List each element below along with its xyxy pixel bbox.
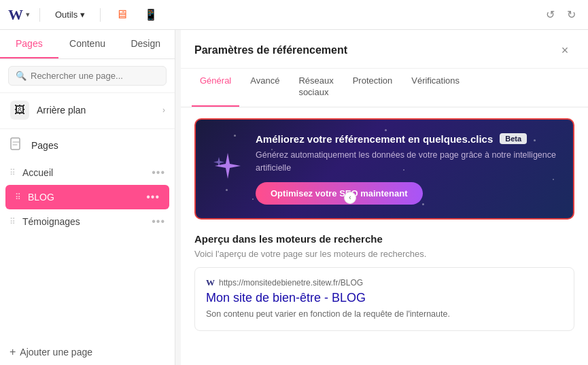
page-list: ⠿ Accueil ••• ⠿ BLOG ••• ⠿ Témoignages •… — [0, 160, 175, 339]
mobile-icon: 📱 — [144, 8, 158, 21]
tab-pages[interactable]: Pages — [0, 30, 58, 58]
outils-label: Outils — [55, 10, 77, 20]
preview-logo: W — [206, 277, 215, 288]
panel-header: Paramètres de référencement × — [181, 30, 588, 69]
toolbar-actions: ↺ ↻ — [542, 5, 580, 24]
tab-protection[interactable]: Protection — [345, 69, 401, 107]
preview-url-row: W https://monsitedebienetre.sitew.fr/BLO… — [206, 277, 563, 288]
search-box: 🔍 — [8, 66, 167, 86]
pages-section-header: Pages — [0, 131, 175, 160]
sidebar-divider-1 — [0, 128, 175, 129]
mobile-view-button[interactable]: 📱 — [139, 5, 163, 24]
main-layout: Pages Contenu Design 🔍 🖼 Arrière plan › — [0, 30, 588, 365]
background-icon: 🖼 — [10, 100, 30, 120]
search-input[interactable] — [31, 71, 159, 81]
background-arrow-icon: › — [162, 105, 165, 115]
tab-verifications[interactable]: Vérifications — [403, 69, 468, 107]
toolbar-separator-2 — [100, 8, 101, 22]
panel-content: Améliorez votre référencement en quelque… — [181, 107, 588, 365]
sidebar-item-background[interactable]: 🖼 Arrière plan › — [0, 93, 175, 127]
preview-section-title: Aperçu dans les moteurs de recherche — [194, 233, 574, 245]
undo-button[interactable]: ↺ — [542, 5, 559, 24]
add-page-button[interactable]: + Ajouter une page — [0, 339, 175, 365]
tab-general[interactable]: Général — [192, 69, 239, 107]
svg-rect-0 — [11, 138, 20, 150]
page-item-accueil[interactable]: ⠿ Accueil ••• — [0, 160, 175, 185]
panel-collapse-button[interactable]: ‹ — [344, 192, 356, 204]
toolbar-separator-1 — [39, 8, 40, 22]
page-name-blog: BLOG — [28, 192, 139, 203]
beta-badge: Beta — [500, 133, 527, 144]
add-page-label: Ajouter une page — [20, 347, 92, 358]
banner-subtitle: Générez automatiquement les données de v… — [256, 149, 557, 175]
preview-page-title[interactable]: Mon site de bien-être - BLOG — [206, 291, 563, 305]
add-page-plus-icon: + — [10, 346, 16, 358]
page-item-temoignages[interactable]: ⠿ Témoignages ••• — [0, 209, 175, 234]
page-name-accueil: Accueil — [22, 167, 145, 178]
tab-design[interactable]: Design — [116, 30, 175, 58]
preview-description: Son contenu peut varier en fonction de l… — [206, 308, 563, 321]
redo-button[interactable]: ↻ — [563, 5, 580, 24]
logo-chevron-icon: ▾ — [26, 10, 30, 19]
drag-icon-blog: ⠿ — [15, 192, 21, 202]
page-more-temoignages[interactable]: ••• — [152, 215, 165, 228]
panel-close-button[interactable]: × — [555, 41, 574, 60]
pages-header-icon — [10, 137, 26, 154]
sidebar-search-area: 🔍 — [0, 59, 175, 93]
page-more-accueil[interactable]: ••• — [152, 167, 165, 179]
outils-button[interactable]: Outils ▾ — [50, 7, 90, 22]
tab-reseaux-sociaux[interactable]: Réseauxsociaux — [290, 69, 341, 107]
seo-panel: Paramètres de référencement × Général Av… — [181, 30, 588, 365]
sidebar-tabs: Pages Contenu Design — [0, 30, 175, 59]
tab-contenu[interactable]: Contenu — [58, 30, 117, 58]
search-icon: 🔍 — [16, 71, 27, 81]
preview-url: https://monsitedebienetre.sitew.fr/BLOG — [219, 278, 363, 288]
background-icon-shape: 🖼 — [10, 101, 29, 120]
pages-header-label: Pages — [31, 140, 58, 151]
panel-title: Paramètres de référencement — [194, 44, 347, 56]
banner-title: Améliorez votre référencement en quelque… — [256, 133, 557, 145]
drag-icon-accueil: ⠿ — [10, 168, 16, 177]
page-name-temoignages: Témoignages — [22, 216, 145, 227]
drag-icon-temoignages: ⠿ — [10, 217, 16, 226]
tab-avance[interactable]: Avancé — [242, 69, 288, 107]
banner-cta-button[interactable]: Optimisez votre SEO maintenant — [256, 182, 423, 205]
logo[interactable]: W ▾ — [8, 6, 30, 24]
toolbar: W ▾ Outils ▾ 🖥 📱 ↺ ↻ — [0, 0, 588, 30]
outils-chevron-icon: ▾ — [80, 10, 85, 20]
beta-banner: Améliorez votre référencement en quelque… — [194, 118, 574, 220]
panel-tabs: Général Avancé Réseauxsociaux Protection… — [181, 69, 588, 107]
banner-text: Améliorez votre référencement en quelque… — [256, 133, 557, 205]
sidebar: Pages Contenu Design 🔍 🖼 Arrière plan › — [0, 30, 175, 365]
search-preview-box: W https://monsitedebienetre.sitew.fr/BLO… — [194, 267, 574, 331]
preview-section-subtitle: Voici l'aperçu de votre page sur les mot… — [194, 249, 574, 259]
banner-sparkle-icon — [212, 150, 243, 188]
background-icon-glyph: 🖼 — [14, 104, 25, 116]
monitor-view-button[interactable]: 🖥 — [110, 5, 133, 24]
page-more-blog[interactable]: ••• — [146, 191, 160, 203]
monitor-icon: 🖥 — [116, 7, 128, 22]
page-item-blog[interactable]: ⠿ BLOG ••• — [5, 185, 169, 209]
background-label: Arrière plan — [37, 105, 156, 116]
logo-w-text: W — [8, 6, 23, 24]
